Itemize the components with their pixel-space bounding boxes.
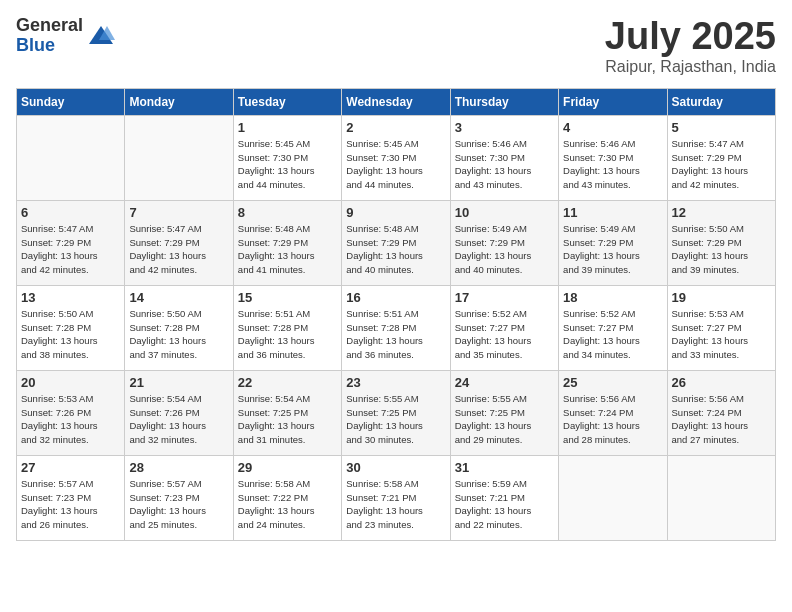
weekday-header-saturday: Saturday (667, 88, 775, 115)
calendar-cell: 12Sunrise: 5:50 AMSunset: 7:29 PMDayligh… (667, 200, 775, 285)
title-block: July 2025 Raipur, Rajasthan, India (605, 16, 776, 76)
day-info: Sunrise: 5:59 AMSunset: 7:21 PMDaylight:… (455, 477, 554, 532)
day-number: 28 (129, 460, 228, 475)
day-info: Sunrise: 5:46 AMSunset: 7:30 PMDaylight:… (455, 137, 554, 192)
calendar-cell (17, 115, 125, 200)
day-number: 1 (238, 120, 337, 135)
calendar-cell: 26Sunrise: 5:56 AMSunset: 7:24 PMDayligh… (667, 370, 775, 455)
day-number: 14 (129, 290, 228, 305)
month-title: July 2025 (605, 16, 776, 58)
calendar-cell (125, 115, 233, 200)
calendar-cell: 31Sunrise: 5:59 AMSunset: 7:21 PMDayligh… (450, 455, 558, 540)
weekday-header-wednesday: Wednesday (342, 88, 450, 115)
day-info: Sunrise: 5:46 AMSunset: 7:30 PMDaylight:… (563, 137, 662, 192)
calendar-cell: 24Sunrise: 5:55 AMSunset: 7:25 PMDayligh… (450, 370, 558, 455)
calendar-cell: 21Sunrise: 5:54 AMSunset: 7:26 PMDayligh… (125, 370, 233, 455)
day-info: Sunrise: 5:47 AMSunset: 7:29 PMDaylight:… (129, 222, 228, 277)
calendar-cell: 23Sunrise: 5:55 AMSunset: 7:25 PMDayligh… (342, 370, 450, 455)
day-number: 11 (563, 205, 662, 220)
day-info: Sunrise: 5:54 AMSunset: 7:26 PMDaylight:… (129, 392, 228, 447)
day-info: Sunrise: 5:50 AMSunset: 7:28 PMDaylight:… (21, 307, 120, 362)
day-number: 30 (346, 460, 445, 475)
logo-icon (87, 22, 115, 50)
day-info: Sunrise: 5:50 AMSunset: 7:28 PMDaylight:… (129, 307, 228, 362)
day-number: 17 (455, 290, 554, 305)
day-number: 13 (21, 290, 120, 305)
logo-general-text: General (16, 16, 83, 36)
calendar-cell: 29Sunrise: 5:58 AMSunset: 7:22 PMDayligh… (233, 455, 341, 540)
calendar-cell: 30Sunrise: 5:58 AMSunset: 7:21 PMDayligh… (342, 455, 450, 540)
day-number: 25 (563, 375, 662, 390)
day-number: 24 (455, 375, 554, 390)
day-info: Sunrise: 5:55 AMSunset: 7:25 PMDaylight:… (346, 392, 445, 447)
day-info: Sunrise: 5:48 AMSunset: 7:29 PMDaylight:… (238, 222, 337, 277)
week-row-4: 20Sunrise: 5:53 AMSunset: 7:26 PMDayligh… (17, 370, 776, 455)
day-info: Sunrise: 5:50 AMSunset: 7:29 PMDaylight:… (672, 222, 771, 277)
day-info: Sunrise: 5:51 AMSunset: 7:28 PMDaylight:… (238, 307, 337, 362)
calendar-cell: 4Sunrise: 5:46 AMSunset: 7:30 PMDaylight… (559, 115, 667, 200)
calendar-cell: 18Sunrise: 5:52 AMSunset: 7:27 PMDayligh… (559, 285, 667, 370)
week-row-1: 1Sunrise: 5:45 AMSunset: 7:30 PMDaylight… (17, 115, 776, 200)
calendar-cell: 6Sunrise: 5:47 AMSunset: 7:29 PMDaylight… (17, 200, 125, 285)
page-header: General Blue July 2025 Raipur, Rajasthan… (16, 16, 776, 76)
day-number: 26 (672, 375, 771, 390)
day-info: Sunrise: 5:57 AMSunset: 7:23 PMDaylight:… (21, 477, 120, 532)
day-info: Sunrise: 5:55 AMSunset: 7:25 PMDaylight:… (455, 392, 554, 447)
calendar-cell: 16Sunrise: 5:51 AMSunset: 7:28 PMDayligh… (342, 285, 450, 370)
day-number: 12 (672, 205, 771, 220)
calendar-cell: 19Sunrise: 5:53 AMSunset: 7:27 PMDayligh… (667, 285, 775, 370)
calendar-cell: 8Sunrise: 5:48 AMSunset: 7:29 PMDaylight… (233, 200, 341, 285)
day-info: Sunrise: 5:58 AMSunset: 7:22 PMDaylight:… (238, 477, 337, 532)
day-info: Sunrise: 5:56 AMSunset: 7:24 PMDaylight:… (672, 392, 771, 447)
calendar-cell: 11Sunrise: 5:49 AMSunset: 7:29 PMDayligh… (559, 200, 667, 285)
weekday-header-sunday: Sunday (17, 88, 125, 115)
weekday-header-row: SundayMondayTuesdayWednesdayThursdayFrid… (17, 88, 776, 115)
day-number: 22 (238, 375, 337, 390)
calendar-cell: 25Sunrise: 5:56 AMSunset: 7:24 PMDayligh… (559, 370, 667, 455)
day-info: Sunrise: 5:52 AMSunset: 7:27 PMDaylight:… (455, 307, 554, 362)
day-info: Sunrise: 5:45 AMSunset: 7:30 PMDaylight:… (346, 137, 445, 192)
day-number: 23 (346, 375, 445, 390)
weekday-header-thursday: Thursday (450, 88, 558, 115)
calendar-cell: 10Sunrise: 5:49 AMSunset: 7:29 PMDayligh… (450, 200, 558, 285)
day-info: Sunrise: 5:53 AMSunset: 7:27 PMDaylight:… (672, 307, 771, 362)
calendar-cell: 13Sunrise: 5:50 AMSunset: 7:28 PMDayligh… (17, 285, 125, 370)
calendar-cell (667, 455, 775, 540)
calendar-cell (559, 455, 667, 540)
logo: General Blue (16, 16, 115, 56)
day-info: Sunrise: 5:51 AMSunset: 7:28 PMDaylight:… (346, 307, 445, 362)
day-info: Sunrise: 5:52 AMSunset: 7:27 PMDaylight:… (563, 307, 662, 362)
day-number: 15 (238, 290, 337, 305)
calendar-cell: 22Sunrise: 5:54 AMSunset: 7:25 PMDayligh… (233, 370, 341, 455)
calendar-cell: 9Sunrise: 5:48 AMSunset: 7:29 PMDaylight… (342, 200, 450, 285)
weekday-header-friday: Friday (559, 88, 667, 115)
location: Raipur, Rajasthan, India (605, 58, 776, 76)
day-number: 2 (346, 120, 445, 135)
day-number: 20 (21, 375, 120, 390)
calendar-cell: 5Sunrise: 5:47 AMSunset: 7:29 PMDaylight… (667, 115, 775, 200)
calendar-table: SundayMondayTuesdayWednesdayThursdayFrid… (16, 88, 776, 541)
day-number: 5 (672, 120, 771, 135)
day-info: Sunrise: 5:56 AMSunset: 7:24 PMDaylight:… (563, 392, 662, 447)
day-number: 16 (346, 290, 445, 305)
calendar-cell: 27Sunrise: 5:57 AMSunset: 7:23 PMDayligh… (17, 455, 125, 540)
day-info: Sunrise: 5:49 AMSunset: 7:29 PMDaylight:… (455, 222, 554, 277)
day-number: 19 (672, 290, 771, 305)
calendar-cell: 15Sunrise: 5:51 AMSunset: 7:28 PMDayligh… (233, 285, 341, 370)
day-info: Sunrise: 5:47 AMSunset: 7:29 PMDaylight:… (21, 222, 120, 277)
day-number: 6 (21, 205, 120, 220)
day-number: 8 (238, 205, 337, 220)
logo-blue-text: Blue (16, 36, 83, 56)
day-number: 9 (346, 205, 445, 220)
week-row-2: 6Sunrise: 5:47 AMSunset: 7:29 PMDaylight… (17, 200, 776, 285)
day-info: Sunrise: 5:49 AMSunset: 7:29 PMDaylight:… (563, 222, 662, 277)
day-info: Sunrise: 5:57 AMSunset: 7:23 PMDaylight:… (129, 477, 228, 532)
day-number: 10 (455, 205, 554, 220)
day-number: 7 (129, 205, 228, 220)
week-row-5: 27Sunrise: 5:57 AMSunset: 7:23 PMDayligh… (17, 455, 776, 540)
day-info: Sunrise: 5:58 AMSunset: 7:21 PMDaylight:… (346, 477, 445, 532)
day-info: Sunrise: 5:45 AMSunset: 7:30 PMDaylight:… (238, 137, 337, 192)
calendar-cell: 3Sunrise: 5:46 AMSunset: 7:30 PMDaylight… (450, 115, 558, 200)
day-info: Sunrise: 5:53 AMSunset: 7:26 PMDaylight:… (21, 392, 120, 447)
calendar-cell: 1Sunrise: 5:45 AMSunset: 7:30 PMDaylight… (233, 115, 341, 200)
